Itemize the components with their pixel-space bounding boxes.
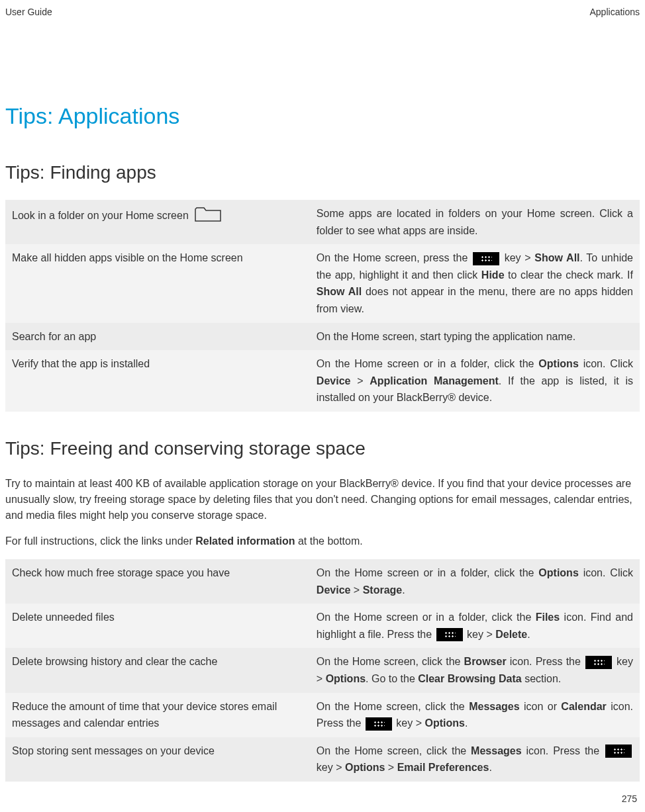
row-label: Delete unneeded files [5,604,310,648]
row-description: On the Home screen, press the key > Show… [310,244,640,322]
table-row: Check how much free storage space you ha… [5,559,640,604]
storage-tips-table: Check how much free storage space you ha… [5,559,640,782]
row-description: On the Home screen, click the Messages i… [310,737,640,782]
section2-title: Tips: Freeing and conserving storage spa… [5,438,640,459]
row-description: On the Home screen, click the Browser ic… [310,648,640,692]
row-label: Verify that the app is installed [5,350,310,412]
blackberry-key-icon [436,628,463,641]
blackberry-key-icon [366,717,392,731]
row-label: Look in a folder on your Home screen [12,210,189,221]
row-description: On the Home screen or in a folder, click… [310,350,640,412]
table-row: Reduce the amount of time that your devi… [5,693,640,737]
section1-title: Tips: Finding apps [5,162,640,183]
row-description: On the Home screen, click the Messages i… [310,693,640,737]
table-row: Delete browsing history and clear the ca… [5,648,640,692]
blackberry-key-icon [585,656,612,669]
row-label: Make all hidden apps visible on the Home… [5,244,310,322]
header-left: User Guide [5,7,52,17]
table-row: Delete unneeded files On the Home screen… [5,604,640,648]
table-row: Stop storing sent messages on your devic… [5,737,640,782]
finding-apps-table: Look in a folder on your Home screen Som… [5,200,640,412]
row-description: On the Home screen or in a folder, click… [310,559,640,604]
row-label: Delete browsing history and clear the ca… [5,648,310,692]
folder-icon [194,205,222,228]
blackberry-key-icon [473,252,499,265]
section2-para2: For full instructions, click the links u… [5,533,640,549]
table-row: Make all hidden apps visible on the Home… [5,244,640,322]
row-label: Stop storing sent messages on your devic… [5,737,310,782]
page-number: 275 [622,793,637,804]
table-row: Search for an app On the Home screen, st… [5,323,640,351]
row-label: Search for an app [5,323,310,351]
section2-para1: Try to maintain at least 400 KB of avail… [5,476,640,523]
row-label: Check how much free storage space you ha… [5,559,310,604]
row-description: Some apps are located in folders on your… [310,200,640,244]
header-right: Applications [590,7,640,17]
row-description: On the Home screen, start typing the app… [310,323,640,351]
page-title: Tips: Applications [5,103,640,129]
row-description: On the Home screen or in a folder, click… [310,604,640,648]
table-row: Look in a folder on your Home screen Som… [5,200,640,244]
row-label: Reduce the amount of time that your devi… [5,693,310,737]
table-row: Verify that the app is installed On the … [5,350,640,412]
blackberry-key-icon [605,744,632,758]
